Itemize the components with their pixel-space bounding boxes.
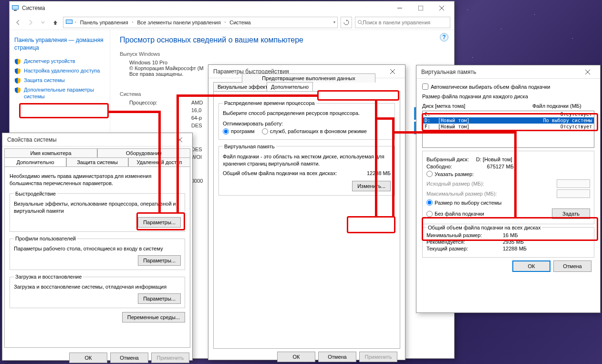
ok-button[interactable]: ОК [69, 353, 107, 363]
total-section: Общий объем файла подкачки на всех диска… [422, 227, 594, 258]
svg-rect-2 [14, 10, 17, 11]
list-item: F:[Новый том]Отсутствует [423, 124, 594, 130]
page-heading: Просмотр основных сведений о вашем компь… [120, 36, 445, 44]
max-size-input [557, 189, 590, 198]
perf-advanced-panel: Распределение времени процессора Выберит… [213, 91, 400, 349]
maximize-button[interactable] [410, 1, 431, 15]
tab-protection[interactable]: Защита системы [66, 157, 128, 166]
crumb-cp[interactable]: Панель управления [78, 20, 130, 25]
drive-settings-group: Выбранный диск: D: [Новый том] Свободно:… [422, 151, 594, 224]
list-item: D:[Новый том]По выбору системы [423, 117, 594, 124]
cancel-button[interactable]: Отмена [553, 260, 592, 272]
back-button[interactable] [13, 18, 23, 27]
startup-settings-button[interactable]: Параметры... [138, 293, 181, 304]
sidebar-item-remote[interactable]: Настройка удаленного доступа [14, 68, 105, 74]
drive-listbox[interactable]: C:Отсутствует D:[Новый том]По выбору сис… [422, 111, 594, 148]
tab-advanced[interactable]: Дополнительно [4, 157, 66, 166]
selected-drive-value: D: [Новый том] [476, 156, 512, 162]
list-item: C:Отсутствует [423, 111, 594, 117]
close-button[interactable] [431, 1, 452, 15]
svg-point-9 [358, 20, 362, 23]
close-button[interactable] [169, 133, 190, 146]
sysprops-title: Свойства системы [4, 136, 169, 143]
system-managed-radio[interactable]: Размер по выбору системы [426, 199, 501, 206]
virtual-memory-dialog: Виртуальная память Автоматически выбират… [416, 65, 601, 313]
search-box[interactable] [355, 17, 450, 28]
initial-size-input [557, 179, 590, 188]
cancel-button[interactable]: Отмена [318, 352, 356, 362]
tab-advanced[interactable]: Дополнительно [267, 82, 313, 91]
svg-rect-8 [66, 20, 72, 23]
no-paging-radio[interactable]: Без файла подкачки [426, 211, 552, 217]
env-vars-button[interactable]: Переменные среды... [122, 312, 185, 322]
computer-icon [11, 4, 19, 12]
refresh-button[interactable] [341, 17, 352, 28]
ok-button[interactable]: ОК [277, 352, 315, 362]
breadcrumb[interactable]: › Панель управления › Все элементы панел… [63, 17, 338, 28]
apply-button[interactable]: Применить [151, 353, 189, 363]
close-button[interactable] [577, 65, 598, 79]
tab-hardware[interactable]: Оборудование [97, 148, 190, 157]
auto-manage-checkbox[interactable]: Автоматически выбирать объем файла подка… [422, 83, 594, 90]
advanced-tab-panel: Необходимо иметь права администратора дл… [4, 166, 190, 348]
shield-icon [14, 77, 21, 84]
computer-icon [65, 19, 73, 26]
search-input[interactable] [363, 20, 448, 25]
vm-change-button[interactable]: Изменить... [352, 181, 391, 191]
system-titlebar: Система [10, 1, 454, 15]
shield-icon [14, 68, 21, 74]
crumb-sys[interactable]: Система [228, 20, 252, 25]
performance-fieldset: Быстродействие Визуальные эффекты, испол… [10, 191, 185, 232]
free-space-value: 675127 МБ [487, 164, 514, 169]
sidebar-item-devices[interactable]: Диспетчер устройств [14, 58, 105, 65]
up-button[interactable] [51, 18, 60, 27]
profiles-settings-button[interactable]: Параметры... [138, 255, 181, 266]
crumb-all[interactable]: Все элементы панели управления [135, 20, 222, 25]
performance-options-dialog: Параметры быстродействия Визуальные эффе… [208, 64, 405, 360]
startup-fieldset: Загрузка и восстановление Загрузка и вос… [10, 274, 185, 308]
tab-remote[interactable]: Удаленный доступ [128, 157, 190, 166]
forward-button[interactable] [26, 18, 35, 27]
shield-icon [14, 58, 21, 65]
custom-size-radio[interactable]: Указать размер: [426, 171, 474, 177]
ok-button[interactable]: ОК [512, 260, 550, 272]
system-window-title: Система [19, 5, 389, 11]
chevron-down-icon[interactable]: ▾ [333, 20, 335, 24]
system-properties-dialog: Свойства системы Имя компьютера Оборудов… [2, 133, 193, 361]
opt-programs-radio[interactable]: программ [223, 128, 255, 135]
virtual-memory-fieldset: Виртуальная память Файл подкачки - это о… [218, 144, 395, 196]
search-icon [357, 20, 363, 25]
vmem-title: Виртуальная память [418, 69, 577, 75]
admin-note: Необходимо иметь права администратора дл… [10, 173, 185, 187]
profiles-fieldset: Профили пользователей Параметры рабочего… [10, 236, 185, 270]
cancel-button[interactable]: Отмена [110, 353, 148, 363]
help-button[interactable]: ? [440, 33, 448, 42]
minimize-button[interactable] [389, 1, 410, 15]
shield-icon [14, 87, 21, 94]
svg-rect-4 [418, 6, 423, 10]
tab-dep[interactable]: Предотвращение выполнения данных [242, 73, 375, 83]
recent-dropdown[interactable] [38, 18, 48, 27]
apply-button[interactable]: Применить [359, 352, 397, 362]
sidebar-item-advanced[interactable]: Дополнительные параметры системы [14, 87, 105, 100]
close-button[interactable] [382, 65, 403, 78]
vm-total-value: 12288 МБ [367, 170, 391, 176]
edition-label: Выпуск Windows [120, 51, 445, 57]
set-button[interactable]: Задать [552, 208, 590, 219]
svg-rect-1 [12, 6, 18, 9]
sidebar-home[interactable]: Панель управления — домашняя страница [14, 37, 105, 52]
scheduling-fieldset: Распределение времени процессора Выберит… [218, 100, 395, 140]
sidebar-item-protection[interactable]: Защита системы [14, 77, 105, 84]
tab-name[interactable]: Имя компьютера [4, 148, 97, 157]
performance-settings-button[interactable]: Параметры... [138, 217, 181, 228]
nav-row: › Панель управления › Все элементы панел… [10, 15, 454, 30]
opt-services-radio[interactable]: служб, работающих в фоновом режиме [262, 128, 367, 135]
